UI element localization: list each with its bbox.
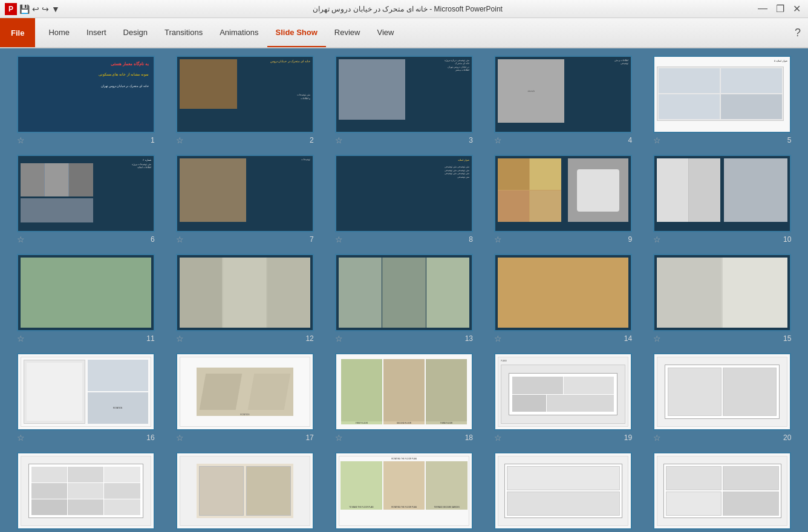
star-16[interactable]: ☆	[17, 433, 25, 443]
close-button[interactable]: ✕	[790, 3, 803, 15]
slide-item-5: عنوان اسلاید ۵ ☆ 5	[647, 56, 798, 145]
slide-item-15: ☆ 15	[647, 254, 798, 343]
main-area: به نام‌گاه معمار هستی نمونه مشابه از خان…	[0, 48, 808, 532]
slide-thumbnail-7[interactable]: توضیحات	[176, 155, 314, 232]
slide-thumbnail-24[interactable]	[494, 452, 632, 530]
slide-item-3: متن توضیحی درباره پروژهخانه ای متحرکدر خ…	[328, 56, 480, 145]
slide-thumbnail-5[interactable]: عنوان اسلاید ۵	[653, 56, 791, 133]
slide-item-25: ☆ 25	[647, 452, 798, 532]
ribbon-right: ?	[792, 18, 808, 47]
slide-thumbnail-10[interactable]	[653, 155, 791, 232]
slide-item-13: ☆ 13	[328, 254, 480, 343]
slide-footer-17: ☆ 17	[176, 433, 314, 443]
slide-thumbnail-25[interactable]	[653, 452, 791, 530]
slide-thumbnail-12[interactable]	[176, 254, 314, 331]
help-icon[interactable]: ?	[792, 24, 803, 42]
tab-slideshow[interactable]: Slide Show	[267, 18, 326, 47]
star-6[interactable]: ☆	[17, 235, 25, 244]
slide-num-3: 3	[469, 136, 473, 144]
tab-transitions[interactable]: Transitions	[156, 18, 211, 47]
slide-num-1: 1	[151, 136, 155, 144]
slide-thumbnail-17[interactable]: ROTATION	[176, 353, 314, 430]
slide-item-14: ☆ 14	[487, 254, 639, 343]
star-19[interactable]: ☆	[494, 433, 502, 443]
slide-item-12: ☆ 12	[169, 254, 321, 343]
slide-item-17: ROTATION ☆ 17	[169, 353, 321, 443]
customize-icon[interactable]: ▼	[51, 4, 60, 14]
redo-icon[interactable]: ↪	[42, 4, 49, 14]
slide-num-17: 17	[305, 433, 313, 442]
slide-thumbnail-19[interactable]: PLANS	[494, 353, 632, 430]
slide-item-11: ☆ 11	[10, 254, 161, 343]
slide-footer-13: ☆ 13	[335, 334, 473, 343]
slide-thumbnail-23[interactable]: ROTATING THE FLOOR PLAN TO MAKE THE FLOO…	[335, 452, 473, 530]
slide-item-20: ☆ 20	[647, 353, 798, 443]
star-12[interactable]: ☆	[176, 334, 184, 343]
slide-thumbnail-18[interactable]: FIRST FLOOR SECOND FLOOR THIRD FLOOR	[335, 353, 473, 430]
slide-thumbnail-2[interactable]: خانه ای متحرک در خیابان دروس متن توضیحات…	[176, 56, 314, 133]
tab-view[interactable]: View	[368, 18, 402, 47]
star-11[interactable]: ☆	[17, 334, 25, 343]
slide-thumbnail-20[interactable]	[653, 353, 791, 430]
undo-icon[interactable]: ↩	[32, 4, 39, 14]
slide-thumbnail-3[interactable]: متن توضیحی درباره پروژهخانه ای متحرکدر خ…	[335, 56, 473, 133]
star-15[interactable]: ☆	[653, 334, 661, 343]
tab-insert[interactable]: Insert	[78, 18, 115, 47]
slide-item-8: عنوان اسلاید متن توضیحی متن توضیحیمتن تو…	[328, 155, 480, 244]
slide-item-6: شماره ۶ متن توضیحات پروژهاطلاعات اسلاید …	[10, 155, 161, 244]
save-icon[interactable]: 💾	[19, 4, 30, 14]
star-17[interactable]: ☆	[176, 433, 184, 443]
slide-thumbnail-9[interactable]	[494, 155, 632, 232]
tab-review[interactable]: Review	[326, 18, 369, 47]
star-18[interactable]: ☆	[335, 433, 343, 443]
star-1[interactable]: ☆	[17, 135, 25, 145]
tab-design[interactable]: Design	[115, 18, 156, 47]
slide-item-22: ☆ 22	[169, 452, 321, 532]
window-controls[interactable]: — ❐ ✕	[755, 3, 803, 15]
star-8[interactable]: ☆	[335, 235, 343, 244]
slide-thumbnail-15[interactable]	[653, 254, 791, 331]
star-2[interactable]: ☆	[176, 135, 184, 145]
slide-footer-9: ☆ 9	[494, 235, 632, 244]
slide-num-14: 14	[624, 334, 632, 343]
tab-animations[interactable]: Animations	[211, 18, 267, 47]
slide-thumbnail-11[interactable]	[17, 254, 155, 331]
slide-num-9: 9	[628, 235, 633, 244]
star-7[interactable]: ☆	[176, 235, 184, 244]
slide-num-19: 19	[624, 433, 632, 442]
star-9[interactable]: ☆	[494, 235, 502, 244]
slide-thumbnail-16[interactable]: ROTATION	[17, 353, 155, 430]
slide-num-8: 8	[469, 235, 473, 244]
slide-num-5: 5	[787, 136, 792, 144]
star-5[interactable]: ☆	[653, 135, 661, 145]
minimize-button[interactable]: —	[755, 3, 770, 15]
slide-item-16: ROTATION ☆ 16	[10, 353, 161, 443]
file-tab[interactable]: File	[0, 18, 35, 47]
title-bar: P 💾 ↩ ↪ ▼ خانه ای متحرک در خیابان دروس ت…	[0, 0, 808, 18]
star-20[interactable]: ☆	[653, 433, 661, 443]
star-14[interactable]: ☆	[494, 334, 502, 343]
slide-footer-18: ☆ 18	[335, 433, 473, 443]
slide-item-7: توضیحات ☆ 7	[169, 155, 321, 244]
slide-thumbnail-13[interactable]	[335, 254, 473, 331]
star-4[interactable]: ☆	[494, 135, 502, 145]
slide-thumbnail-21[interactable]	[17, 452, 155, 530]
slide-thumbnail-4[interactable]: sketch اطلاعات و متنتوضیحی	[494, 56, 632, 133]
slide-footer-4: ☆ 4	[494, 135, 632, 145]
slide-item-9: ☆ 9	[487, 155, 639, 244]
star-3[interactable]: ☆	[335, 135, 343, 145]
tab-home[interactable]: Home	[40, 18, 78, 47]
slide-thumbnail-14[interactable]	[494, 254, 632, 331]
slide-num-2: 2	[310, 136, 314, 144]
slide-num-12: 12	[305, 334, 313, 343]
ribbon-tabs: Home Insert Design Transitions Animation…	[35, 18, 407, 47]
star-13[interactable]: ☆	[335, 334, 343, 343]
slide-thumbnail-8[interactable]: عنوان اسلاید متن توضیحی متن توضیحیمتن تو…	[335, 155, 473, 232]
slide-item-21: ☆ 21	[10, 452, 161, 532]
slide-thumbnail-1[interactable]: به نام‌گاه معمار هستی نمونه مشابه از خان…	[17, 56, 155, 133]
slide-thumbnail-6[interactable]: شماره ۶ متن توضیحات پروژهاطلاعات اسلاید	[17, 155, 155, 232]
slide-num-7: 7	[310, 235, 314, 244]
star-10[interactable]: ☆	[653, 235, 661, 244]
maximize-button[interactable]: ❐	[774, 3, 787, 15]
slide-thumbnail-22[interactable]	[176, 452, 314, 530]
